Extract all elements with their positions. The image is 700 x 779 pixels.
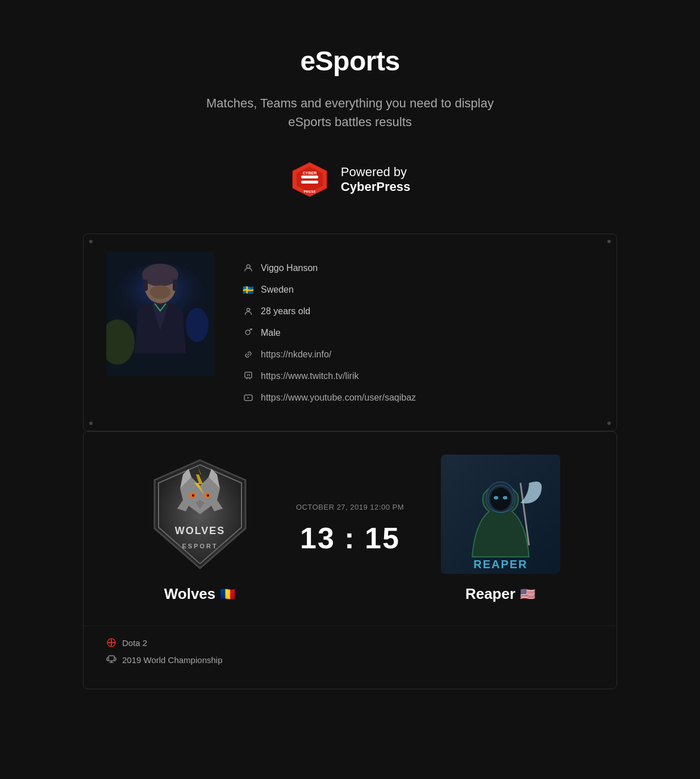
team2-name: Reaper	[465, 585, 515, 603]
svg-point-17	[245, 330, 250, 335]
svg-rect-2	[301, 176, 318, 178]
match-footer: Dota 2 2019 World Championship	[84, 626, 616, 689]
team2-name-display: Reaper 🇺🇸	[465, 585, 535, 603]
svg-text:REAPER: REAPER	[473, 558, 527, 570]
corner-decoration	[89, 240, 93, 243]
match-tournament-row: 2019 World Championship	[106, 655, 594, 665]
player-country-row: 🇸🇪 Sweden	[243, 284, 594, 295]
team2-logo: REAPER	[441, 455, 560, 574]
user-icon	[243, 263, 254, 274]
flag-icon: 🇸🇪	[243, 284, 254, 295]
player-website-link[interactable]: https://nkdev.info/	[261, 349, 331, 360]
twitch-icon	[243, 370, 254, 382]
svg-point-26	[192, 494, 194, 497]
svg-text:CYBER: CYBER	[303, 171, 317, 175]
cyberpress-logo-icon: CYBER PRESS	[290, 160, 330, 199]
match-game-row: Dota 2	[106, 638, 594, 648]
svg-rect-19	[247, 374, 248, 376]
match-main-panel: WOLVES ESPORT Wolves 🇷🇴 OCTOBER 27, 2019…	[84, 432, 616, 626]
team1-flag: 🇷🇴	[220, 587, 235, 602]
corner-decoration	[607, 422, 611, 425]
player-twitch-link[interactable]: https://www.twitch.tv/lirik	[261, 371, 359, 381]
match-game: Dota 2	[122, 638, 147, 648]
player-country: Sweden	[261, 285, 294, 295]
player-youtube-row: https://www.youtube.com/user/saqibaz	[243, 392, 594, 403]
match-score: 13 : 15	[293, 521, 407, 555]
svg-point-15	[247, 265, 250, 268]
hero-section: eSports Matches, Teams and everything yo…	[0, 0, 700, 234]
youtube-icon	[243, 392, 254, 403]
age-icon	[243, 306, 254, 317]
player-age: 28 years old	[261, 306, 310, 316]
team1-side: WOLVES ESPORT Wolves 🇷🇴	[118, 455, 282, 603]
player-gender-row: Male	[243, 327, 594, 339]
match-center-panel: OCTOBER 27, 2019 12:00 PM 13 : 15	[293, 502, 407, 555]
player-gender: Male	[261, 328, 281, 338]
svg-text:PRESS: PRESS	[304, 190, 315, 193]
svg-point-27	[207, 494, 209, 497]
player-age-row: 28 years old	[243, 306, 594, 317]
team2-flag: 🇺🇸	[520, 587, 535, 602]
reaper-logo-svg: REAPER	[441, 455, 560, 574]
player-card-inner: Viggo Hanson 🇸🇪 Sweden 28 years old	[84, 234, 616, 431]
link-icon	[243, 349, 254, 360]
player-card: Viggo Hanson 🇸🇪 Sweden 28 years old	[83, 234, 617, 431]
svg-text:ESPORT: ESPORT	[182, 543, 218, 549]
page-title: eSports	[11, 45, 689, 77]
powered-by-label: Powered by	[341, 165, 410, 180]
svg-point-14	[186, 308, 209, 342]
svg-rect-11	[173, 280, 177, 291]
player-name: Viggo Hanson	[261, 263, 318, 273]
team1-name: Wolves	[164, 585, 216, 603]
svg-rect-18	[245, 372, 252, 378]
gender-icon	[243, 327, 254, 339]
svg-point-12	[150, 285, 170, 299]
game-icon	[106, 638, 116, 648]
svg-point-16	[247, 309, 250, 311]
svg-point-33	[494, 496, 498, 499]
player-youtube-link[interactable]: https://www.youtube.com/user/saqibaz	[261, 393, 416, 403]
player-website-row: https://nkdev.info/	[243, 349, 594, 360]
corner-decoration	[89, 422, 93, 425]
trophy-icon	[106, 655, 116, 665]
wolves-logo-svg: WOLVES ESPORT	[140, 455, 260, 574]
powered-by-block: CYBER PRESS Powered by CyberPress	[11, 160, 689, 199]
team1-name-display: Wolves 🇷🇴	[164, 585, 236, 603]
player-twitch-row: https://www.twitch.tv/lirik	[243, 370, 594, 382]
team2-side: REAPER Reaper 🇺🇸	[418, 455, 582, 603]
player-info-panel: Viggo Hanson 🇸🇪 Sweden 28 years old	[243, 251, 594, 414]
match-datetime: OCTOBER 27, 2019 12:00 PM	[293, 502, 407, 513]
match-card: WOLVES ESPORT Wolves 🇷🇴 OCTOBER 27, 2019…	[83, 431, 617, 689]
svg-rect-20	[249, 374, 250, 376]
svg-rect-3	[301, 181, 318, 184]
svg-point-34	[503, 496, 507, 499]
team1-logo: WOLVES ESPORT	[140, 455, 260, 574]
hero-subtitle: Matches, Teams and everything you need t…	[202, 94, 498, 131]
svg-rect-10	[143, 280, 148, 291]
powered-by-text: Powered by CyberPress	[341, 165, 410, 194]
svg-point-32	[490, 488, 511, 510]
powered-by-brand: CyberPress	[341, 180, 410, 194]
match-tournament: 2019 World Championship	[122, 655, 223, 665]
corner-decoration	[607, 240, 611, 243]
player-name-row: Viggo Hanson	[243, 263, 594, 274]
player-avatar	[106, 251, 214, 376]
svg-text:WOLVES: WOLVES	[174, 525, 225, 536]
sweden-flag: 🇸🇪	[243, 285, 254, 295]
svg-rect-39	[109, 656, 114, 661]
